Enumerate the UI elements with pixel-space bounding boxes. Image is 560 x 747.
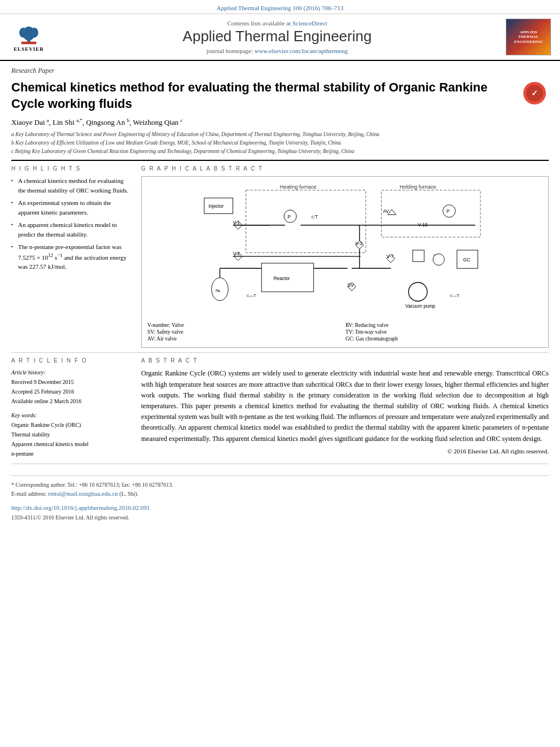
email-link[interactable]: rmtsl@mail.tsinghua.edu.cn <box>48 490 118 497</box>
svg-text:Vacuum pump: Vacuum pump <box>405 303 435 309</box>
highlights-abstract-section: H I G H L I G H T S A chemical kinetics … <box>11 165 549 348</box>
elsevier-tree-icon <box>15 23 43 45</box>
legend-sv: SV: Safety valve <box>147 329 183 335</box>
svg-text:✓: ✓ <box>531 89 538 98</box>
svg-point-3 <box>30 27 38 37</box>
issn-copyright: 1359-4311/© 2016 Elsevier Ltd. All right… <box>11 514 549 521</box>
svg-text:P: P <box>447 209 450 215</box>
affiliations: a Key Laboratory of Thermal Science and … <box>11 131 549 156</box>
affil-c: c Beijing Key Laboratory of Green Chemic… <box>11 148 549 155</box>
svg-marker-17 <box>388 209 396 215</box>
available-date: Available online 2 March 2016 <box>11 397 130 405</box>
journal-reference: Applied Thermal Engineering 100 (2016) 7… <box>217 5 343 11</box>
keyword-3: Apparent chemical kinetics model <box>11 440 130 448</box>
journal-thumbnail: APPLIEDTHERMALENGINEERING <box>506 19 551 55</box>
paper-type: Research Paper <box>11 67 549 75</box>
homepage-link[interactable]: www.elsevier.com/locate/apthermeng <box>255 47 348 54</box>
footnotes-section: * Corresponding author. Tel.: +86 10 627… <box>11 475 549 521</box>
main-content: Research Paper Chemical kinetics method … <box>0 61 560 526</box>
svg-text:Holding furnace: Holding furnace <box>400 184 436 190</box>
article-info-column: A R T I C L E I N F O Article history: R… <box>11 357 130 459</box>
svg-text:⊂T: ⊂T <box>311 214 318 220</box>
keywords-section: Key words: Organic Rankine Cycle (ORC) T… <box>11 411 130 458</box>
doi-link[interactable]: http://dx.doi.org/10.1016/j.applthermale… <box>11 504 150 511</box>
top-bar: Applied Thermal Engineering 100 (2016) 7… <box>0 0 560 14</box>
graphical-abstract-box: Heating furnace Holding furnace Injector… <box>141 176 549 348</box>
svg-text:AV: AV <box>383 208 389 214</box>
svg-rect-9 <box>382 190 480 237</box>
svg-text:⊂—T: ⊂—T <box>449 293 460 298</box>
legend-rv: RV: Reducing valve <box>345 322 388 328</box>
legend-av: AV: Air valve <box>147 336 177 342</box>
svg-text:⊂—T: ⊂—T <box>246 293 256 298</box>
corresponding-author: * Corresponding author. Tel.: +86 10 627… <box>11 480 549 489</box>
highlights-column: H I G H L I G H T S A chemical kinetics … <box>11 165 130 348</box>
keyword-1: Organic Rankine Cycle (ORC) <box>11 421 130 429</box>
apparatus-diagram: Heating furnace Holding furnace Injector… <box>147 182 542 318</box>
svg-text:Heating furnace: Heating furnace <box>280 184 317 190</box>
affil-a: a Key Laboratory of Thermal Science and … <box>11 131 549 138</box>
svg-text:P: P <box>287 214 291 220</box>
svg-point-43 <box>433 254 444 265</box>
graphical-abstract-column: G R A P H I C A L A B S T R A C T Heatin… <box>141 165 549 348</box>
crossmark-icon: ✓ <box>526 84 544 102</box>
middle-divider <box>11 352 549 353</box>
bottom-divider <box>11 464 549 464</box>
svg-rect-4 <box>21 41 37 43</box>
elsevier-text: ELSEVIER <box>14 46 44 52</box>
info-abstract-section: A R T I C L E I N F O Article history: R… <box>11 357 549 459</box>
journal-header-middle: Contents lists available at ScienceDirec… <box>54 20 500 54</box>
svg-rect-7 <box>246 190 366 253</box>
article-info-heading: A R T I C L E I N F O <box>11 357 130 364</box>
svg-point-48 <box>409 283 427 302</box>
keywords-label: Key words: <box>11 411 130 420</box>
email-footnote: E-mail address: rmtsl@mail.tsinghua.edu.… <box>11 489 549 499</box>
received-date: Received 9 December 2015 <box>11 378 130 386</box>
journal-title: Applied Thermal Engineering <box>54 28 500 45</box>
abstract-text: Organic Rankine Cycle (ORC) systems are … <box>141 368 549 444</box>
keyword-4: n-pentane <box>11 449 130 458</box>
highlight-item-4: The n-pentane pre-exponential factor was… <box>11 242 130 271</box>
crossmark-badge: ✓ <box>523 82 549 107</box>
highlights-list: A chemical kinetics method for evaluatin… <box>11 176 130 271</box>
elsevier-logo: ELSEVIER <box>9 23 49 52</box>
journal-header: ELSEVIER Contents lists available at Sci… <box>0 14 560 61</box>
contents-text: Contents lists available at ScienceDirec… <box>54 20 500 27</box>
svg-text:N₂: N₂ <box>216 288 220 293</box>
diagram-legend: V-number: Valve RV: Reducing valve SV: S… <box>147 322 542 342</box>
abstract-copyright: © 2016 Elsevier Ltd. All rights reserved… <box>141 448 549 455</box>
journal-homepage: journal homepage: www.elsevier.com/locat… <box>54 47 500 54</box>
highlights-heading: H I G H L I G H T S <box>11 165 130 172</box>
abstract-heading: A B S T R A C T <box>141 357 549 364</box>
legend-v-number: V-number: Valve <box>147 322 184 328</box>
highlight-item-3: An apparent chemical kinetics model to p… <box>11 220 130 239</box>
highlight-item-2: An experimental system to obtain the app… <box>11 198 130 217</box>
paper-title: Chemical kinetics method for evaluating … <box>11 80 518 112</box>
graphical-abstract-heading: G R A P H I C A L A B S T R A C T <box>141 165 549 172</box>
sciencedirect-link[interactable]: ScienceDirect <box>292 20 327 27</box>
affil-b: b Key Laboratory of Efficient Utilizatio… <box>11 139 549 147</box>
svg-text:SV: SV <box>348 282 355 288</box>
title-area: Chemical kinetics method for evaluating … <box>11 80 549 112</box>
authors-line: Xiaoye Dai a, Lin Shi a,*, Qingsong An b… <box>11 117 549 127</box>
svg-text:GC: GC <box>463 257 470 263</box>
abstract-column: A B S T R A C T Organic Rankine Cycle (O… <box>141 357 549 459</box>
history-label: Article history: <box>11 368 130 377</box>
svg-rect-41 <box>413 250 424 261</box>
accepted-date: Accepted 25 February 2016 <box>11 387 130 396</box>
svg-text:Injector: Injector <box>208 204 224 209</box>
svg-text:Reactor: Reactor <box>274 276 290 281</box>
highlight-item-1: A chemical kinetics method for evaluatin… <box>11 176 130 195</box>
legend-tv: TV: Ten-way valve <box>345 329 387 335</box>
legend-gc: GC: Gas chromatograph <box>345 336 398 342</box>
main-divider <box>11 160 549 161</box>
svg-point-2 <box>19 27 27 37</box>
article-info: Article history: Received 9 December 201… <box>11 368 130 458</box>
keyword-2: Thermal stability <box>11 430 130 439</box>
